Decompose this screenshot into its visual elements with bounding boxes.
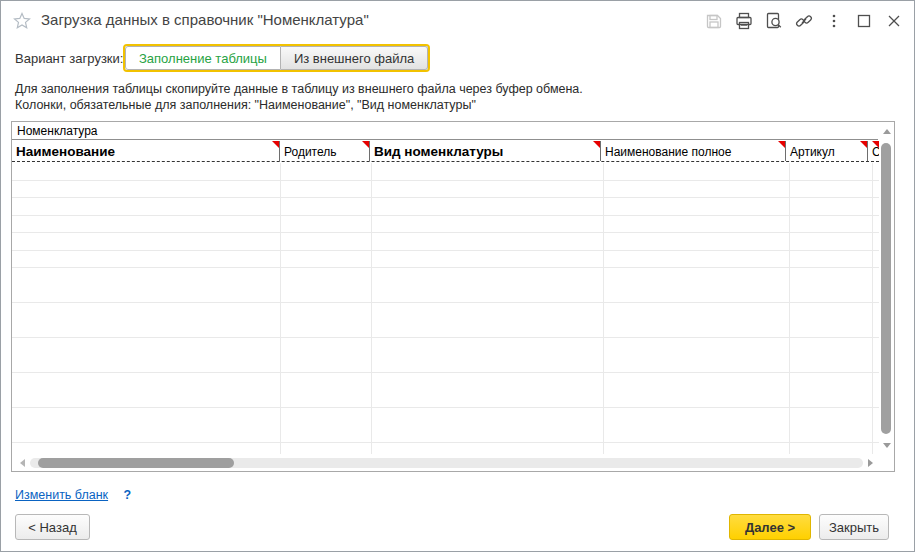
dialog-window: Загрузка данных в справочник "Номенклату… [0,0,915,552]
column-divider [872,163,873,454]
scroll-down-icon[interactable] [883,443,891,448]
save-icon[interactable] [705,12,723,30]
horizontal-scrollbar-track[interactable] [30,458,863,468]
column-header-label: Наименование полное [605,145,731,159]
help-link[interactable]: ? [124,488,132,502]
scroll-left-icon[interactable] [20,459,25,467]
horizontal-scrollbar-thumb[interactable] [38,458,234,468]
column-header-label: Родитель [284,145,336,159]
column-header-label: Наименование [16,144,115,159]
print-icon[interactable] [735,12,753,30]
table-group-header: Номенклатура [12,122,878,140]
variant-label: Вариант загрузки: [15,51,123,66]
link-icon[interactable] [795,12,813,30]
required-marker-icon [362,141,369,148]
vertical-scrollbar[interactable] [879,122,894,454]
column-header-label: Вид номенклатуры [374,144,503,159]
required-marker-icon [778,141,785,148]
column-header[interactable]: Наименование [12,141,280,161]
column-header-label: Артикул [790,145,835,159]
footer-links: Изменить бланк ? [15,488,131,502]
scroll-right-icon[interactable] [868,459,873,467]
more-menu-icon[interactable] [825,12,843,30]
column-header[interactable]: Вид номенклатуры [370,141,601,161]
column-divider [280,163,281,454]
column-divider [371,163,372,454]
titlebar-actions [705,12,903,30]
nomenclature-table: Номенклатура НаименованиеРодительВид ном… [11,121,895,472]
column-divider [603,163,604,454]
column-header[interactable]: С [868,141,879,161]
required-marker-icon [593,141,600,148]
edit-form-link[interactable]: Изменить бланк [15,488,108,502]
column-divider [789,163,790,454]
column-header[interactable]: Артикул [786,141,868,161]
scroll-up-icon[interactable] [883,129,891,134]
back-button[interactable]: < Назад [15,514,90,540]
table-grid-body[interactable] [12,163,879,454]
instruction-line-1: Для заполнения таблицы скопируйте данные… [15,82,583,96]
print-preview-icon[interactable] [765,12,783,30]
column-header[interactable]: Родитель [280,141,370,161]
close-button[interactable]: Закрыть [819,514,889,540]
maximize-icon[interactable] [855,12,873,30]
tab-from-external-file[interactable]: Из внешнего файла [281,46,428,70]
column-headers: НаименованиеРодительВид номенклатурыНаим… [12,141,879,162]
required-marker-icon [272,141,279,148]
variant-tabgroup: Заполнение таблицы Из внешнего файла [123,44,430,72]
required-marker-icon [860,141,867,148]
tab-fill-table[interactable]: Заполнение таблицы [125,46,281,70]
favorite-star-icon[interactable] [13,12,31,30]
instruction-line-2: Колонки, обязательные для заполнения: "Н… [15,98,476,112]
horizontal-scrollbar[interactable] [12,454,879,471]
close-icon[interactable] [885,12,903,30]
titlebar: Загрузка данных в справочник "Номенклату… [1,1,914,39]
required-marker-icon [872,141,879,148]
vertical-scrollbar-thumb[interactable] [881,143,891,434]
next-button[interactable]: Далее > [729,514,811,540]
page-title: Загрузка данных в справочник "Номенклату… [41,11,369,28]
column-header[interactable]: Наименование полное [601,141,786,161]
